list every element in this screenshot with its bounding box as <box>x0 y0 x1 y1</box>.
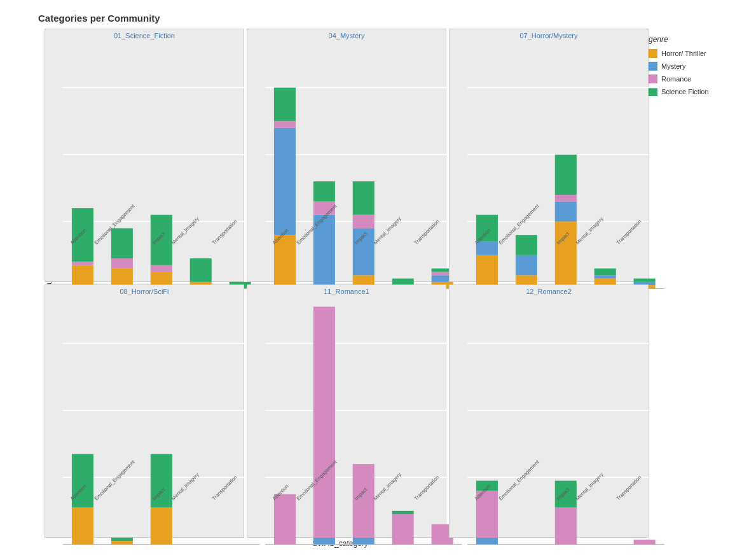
svg-rect-64 <box>555 155 577 195</box>
facet-title: 04_Mystery <box>247 32 446 39</box>
svg-rect-117 <box>634 540 656 544</box>
x-labels: AttentionEmotional_EngagementImpactMenta… <box>265 500 443 537</box>
svg-rect-96 <box>313 538 335 545</box>
facet-title: 01_Science_Fiction <box>45 32 244 39</box>
x-labels: AttentionEmotional_EngagementImpactMenta… <box>63 244 241 281</box>
x-labels: AttentionEmotional_EngagementImpactMenta… <box>467 244 645 281</box>
facet-12_Romance2: 12_Romance20102030AttentionEmotional_Eng… <box>449 284 649 538</box>
x-labels: AttentionEmotional_EngagementImpactMenta… <box>265 244 443 281</box>
facet-title: 11_Romance1 <box>247 288 446 295</box>
svg-rect-32 <box>274 88 296 122</box>
svg-rect-83 <box>111 538 133 541</box>
svg-rect-30 <box>274 128 296 235</box>
svg-rect-63 <box>555 195 577 202</box>
facet-11_Romance1: 11_Romance10102030AttentionEmotional_Eng… <box>247 284 446 538</box>
svg-rect-39 <box>353 181 375 215</box>
svg-rect-35 <box>313 181 335 202</box>
facet-08_Horror_SciFi: 08_Horror/SciFi0102030AttentionEmotional… <box>45 284 244 538</box>
facet-title: 12_Romance2 <box>450 288 648 295</box>
facet-04_Mystery: 04_Mystery0102030AttentionEmotional_Enga… <box>247 29 446 282</box>
svg-rect-98 <box>353 538 375 545</box>
svg-rect-112 <box>476 538 498 545</box>
x-labels: AttentionEmotional_EngagementImpactMenta… <box>467 500 645 537</box>
facet-title: 08_Horror/SciFi <box>45 288 244 295</box>
svg-rect-62 <box>555 202 577 222</box>
chart-container: Categories per Community count 01_Scienc… <box>0 0 756 560</box>
facet-07_Horror_Mystery: 07_Horror/Mystery0102030AttentionEmotion… <box>449 29 649 282</box>
facet-01_Science_Fiction: 01_Science_Fiction0102030AttentionEmotio… <box>45 29 244 282</box>
facet-title: 07_Horror/Mystery <box>450 32 648 39</box>
svg-rect-31 <box>274 121 296 128</box>
chart-title: Categories per Community <box>38 13 750 24</box>
x-labels: AttentionEmotional_EngagementImpactMenta… <box>63 500 241 537</box>
svg-rect-82 <box>111 541 133 544</box>
